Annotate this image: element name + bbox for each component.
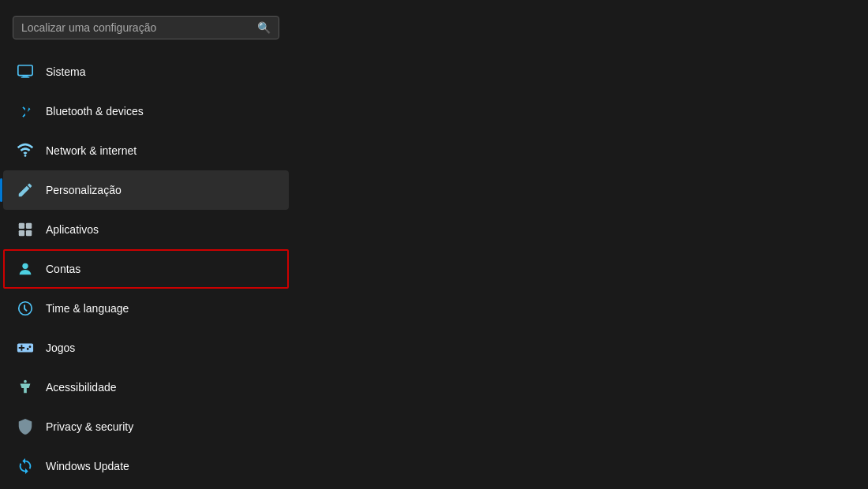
time-icon <box>16 299 35 318</box>
svg-rect-4 <box>19 223 24 229</box>
sidebar-item-network[interactable]: Network & internet <box>3 131 289 170</box>
sidebar-item-contas[interactable]: Contas <box>3 249 289 289</box>
svg-rect-1 <box>22 76 28 77</box>
svg-point-3 <box>24 155 27 157</box>
sidebar-item-label-personalizacao: Personalização <box>46 184 122 196</box>
sidebar-item-label-aplicativos: Aplicativos <box>46 223 99 236</box>
jogos-icon <box>16 338 35 357</box>
svg-point-10 <box>24 380 27 383</box>
aplicativos-icon <box>16 220 35 239</box>
search-container: 🔍 <box>0 8 292 52</box>
svg-rect-6 <box>19 230 24 236</box>
sidebar: 🔍 Sistema Bluetooth & devices <box>0 0 292 489</box>
svg-rect-2 <box>21 77 30 77</box>
sidebar-item-label-bluetooth: Bluetooth & devices <box>46 105 144 118</box>
sidebar-item-update[interactable]: Windows Update <box>3 446 289 486</box>
acessibilidade-icon <box>16 378 35 397</box>
sidebar-item-bluetooth[interactable]: Bluetooth & devices <box>3 91 289 131</box>
sidebar-item-label-privacy: Privacy & security <box>46 420 133 433</box>
svg-point-8 <box>22 263 28 269</box>
sidebar-item-acessibilidade[interactable]: Acessibilidade <box>3 368 289 407</box>
sidebar-item-label-sistema: Sistema <box>46 65 86 78</box>
sidebar-item-label-time: Time & language <box>46 302 129 315</box>
nav-list: Sistema Bluetooth & devices Network & <box>0 52 292 489</box>
sidebar-item-label-acessibilidade: Acessibilidade <box>46 381 117 394</box>
svg-rect-0 <box>18 65 32 76</box>
sidebar-item-personalizacao[interactable]: Personalização <box>3 170 289 210</box>
sidebar-item-aplicativos[interactable]: Aplicativos <box>3 210 289 249</box>
search-icon: 🔍 <box>257 21 271 34</box>
contas-icon <box>16 259 35 278</box>
sidebar-item-label-network: Network & internet <box>46 144 137 157</box>
personalizacao-icon <box>16 181 35 200</box>
sidebar-item-sistema[interactable]: Sistema <box>3 52 289 91</box>
svg-rect-5 <box>26 223 32 229</box>
sidebar-item-jogos[interactable]: Jogos <box>3 328 289 368</box>
sistema-icon <box>16 62 35 81</box>
network-icon <box>16 141 35 160</box>
sidebar-item-time[interactable]: Time & language <box>3 289 289 328</box>
svg-rect-7 <box>26 230 32 236</box>
privacy-icon <box>16 417 35 436</box>
sidebar-item-label-contas: Contas <box>46 263 80 275</box>
update-icon <box>16 457 35 476</box>
sidebar-item-privacy[interactable]: Privacy & security <box>3 407 289 446</box>
search-box[interactable]: 🔍 <box>13 16 279 39</box>
sidebar-item-label-jogos: Jogos <box>46 342 75 354</box>
sidebar-item-label-update: Windows Update <box>46 460 129 472</box>
search-input[interactable] <box>21 21 251 34</box>
bluetooth-icon <box>16 102 35 121</box>
